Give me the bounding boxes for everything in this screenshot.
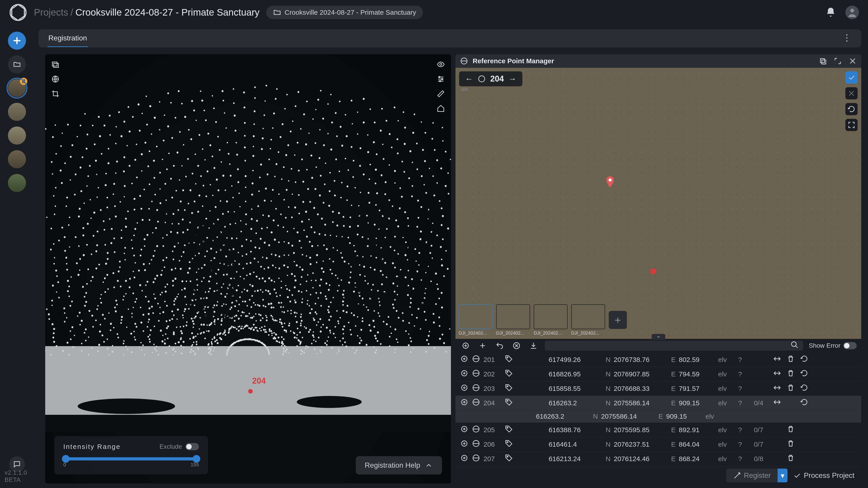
table-row[interactable]: 206 616461.4 N 2076237.51 E 864.04 elv ?… — [456, 437, 861, 452]
pointcloud-marker[interactable] — [248, 389, 253, 394]
intensity-slider[interactable] — [63, 457, 199, 460]
globe-icon[interactable] — [50, 73, 61, 85]
info-icon[interactable]: ? — [735, 399, 745, 407]
crop-icon[interactable] — [50, 88, 61, 99]
trash-icon[interactable] — [785, 384, 796, 393]
ref-thumb-3[interactable]: DJI_202402... — [534, 304, 567, 336]
eye-icon[interactable] — [435, 59, 446, 70]
window-restore-icon[interactable] — [819, 57, 827, 65]
tabbar-more-icon[interactable]: ⋯ — [842, 33, 852, 43]
globe-icon[interactable] — [472, 384, 480, 393]
tag-icon[interactable] — [505, 398, 546, 408]
table-row[interactable]: 203 615858.55 N 2076688.33 E 791.57 elv … — [456, 381, 861, 396]
refresh-icon[interactable] — [845, 103, 858, 115]
ref-pin-icon[interactable] — [606, 176, 615, 189]
pointcloud-viewer[interactable]: 204 Intensity Range Exclude — [45, 54, 451, 484]
target-icon[interactable] — [460, 440, 469, 449]
info-icon[interactable]: ? — [735, 356, 745, 363]
table-row[interactable]: 205 616388.76 N 2075595.85 E 892.91 elv … — [456, 423, 861, 437]
sidebar-scan-thumb-2[interactable] — [8, 103, 26, 121]
trash-icon[interactable] — [785, 440, 796, 449]
close-icon[interactable] — [848, 57, 857, 65]
ref-thumb-4[interactable]: DJI_202402... — [571, 304, 605, 336]
tab-registration[interactable]: Registration — [48, 30, 88, 47]
trash-icon[interactable] — [785, 454, 796, 464]
slider-handle-min[interactable] — [62, 455, 70, 463]
info-icon[interactable]: ? — [735, 455, 745, 463]
tag-icon[interactable] — [505, 384, 546, 393]
target-icon[interactable] — [460, 355, 469, 364]
sidebar-scan-thumb-1[interactable]: II — [8, 79, 26, 97]
target-icon[interactable] — [460, 398, 469, 408]
globe-icon[interactable] — [472, 454, 480, 464]
chevron-down-icon[interactable] — [652, 334, 665, 340]
add-button[interactable] — [8, 32, 26, 50]
adjust-icon[interactable] — [772, 355, 782, 364]
globe-icon[interactable] — [472, 355, 480, 364]
table-row[interactable]: 201 617499.26 N 2076738.76 E 802.59 elv … — [456, 352, 861, 367]
ref-thumb-2[interactable]: DJI_202402... — [496, 304, 530, 336]
breadcrumb-root[interactable]: Projects — [34, 7, 68, 18]
target-icon[interactable] — [460, 454, 469, 464]
download-icon[interactable] — [528, 340, 539, 351]
table-row[interactable]: 202 616826.95 N 2076907.85 E 794.59 elv … — [456, 367, 861, 381]
sidebar-scan-thumb-4[interactable] — [8, 150, 26, 168]
table-row[interactable]: 207 616213.24 N 2076124.46 E 868.24 elv … — [456, 452, 861, 466]
register-button[interactable]: Register ▾ — [726, 468, 787, 482]
globe-icon[interactable] — [472, 425, 480, 435]
tag-icon[interactable] — [505, 425, 546, 435]
process-project-button[interactable]: Process Project — [793, 471, 855, 480]
project-chip[interactable]: Crooksville 2024-08-27 - Primate Sanctua… — [266, 6, 423, 19]
avatar[interactable] — [845, 6, 859, 19]
nav-next-icon[interactable]: → — [508, 74, 517, 84]
ref-image-viewer[interactable]: ← 204 → 0/4 DJI_202402... DJI_202402... … — [456, 68, 861, 339]
target-icon[interactable] — [460, 369, 469, 379]
sliders-icon[interactable] — [435, 73, 446, 85]
sidebar-scan-thumb-5[interactable] — [8, 174, 26, 192]
globe-icon[interactable] — [472, 369, 480, 379]
info-icon[interactable]: ? — [735, 441, 745, 448]
trash-icon[interactable] — [785, 425, 796, 435]
home-icon[interactable] — [435, 103, 446, 114]
register-dropdown-icon[interactable]: ▾ — [778, 468, 787, 482]
clear-icon[interactable] — [511, 340, 522, 351]
target-icon[interactable] — [460, 384, 469, 393]
reset-icon[interactable] — [799, 398, 809, 408]
images-icon[interactable] — [50, 59, 61, 70]
registration-help-button[interactable]: Registration Help — [356, 456, 442, 475]
exclude-toggle[interactable] — [185, 443, 199, 450]
globe-icon[interactable] — [472, 398, 480, 408]
trash-icon[interactable] — [785, 369, 796, 379]
reset-icon[interactable] — [799, 384, 809, 393]
adjust-icon[interactable] — [772, 398, 782, 408]
adjust-icon[interactable] — [772, 369, 782, 379]
info-icon[interactable]: ? — [735, 370, 745, 378]
reset-icon[interactable] — [799, 355, 809, 364]
search-input[interactable] — [545, 341, 803, 351]
adjust-icon[interactable] — [772, 384, 782, 393]
expand-icon[interactable] — [834, 57, 842, 65]
sidebar-item-projects[interactable] — [8, 55, 26, 73]
ref-thumb-1[interactable]: DJI_202402... — [459, 304, 493, 336]
tag-icon[interactable] — [505, 454, 546, 464]
trash-icon[interactable] — [785, 355, 796, 364]
slider-handle-max[interactable] — [193, 455, 200, 463]
tag-icon[interactable] — [505, 440, 546, 449]
tag-icon[interactable] — [505, 369, 546, 379]
nav-prev-icon[interactable]: ← — [465, 74, 473, 84]
ref-marker-2[interactable] — [650, 268, 656, 274]
ruler-icon[interactable] — [435, 88, 446, 99]
tag-icon[interactable] — [505, 355, 546, 364]
globe-icon[interactable] — [472, 440, 480, 449]
fullscreen-icon[interactable] — [845, 119, 858, 131]
target-add-icon[interactable] — [460, 340, 471, 351]
target-icon[interactable] — [460, 425, 469, 435]
show-error-toggle[interactable] — [843, 342, 857, 349]
undo-icon[interactable] — [494, 340, 505, 351]
info-icon[interactable]: ? — [735, 426, 745, 434]
plus-icon[interactable] — [477, 340, 488, 351]
reset-icon[interactable] — [799, 369, 809, 379]
bell-icon[interactable] — [825, 7, 836, 18]
sidebar-scan-thumb-3[interactable] — [8, 127, 26, 144]
table-row[interactable]: 204 616263.2 N 2075586.14 E 909.15 elv ?… — [456, 396, 861, 410]
